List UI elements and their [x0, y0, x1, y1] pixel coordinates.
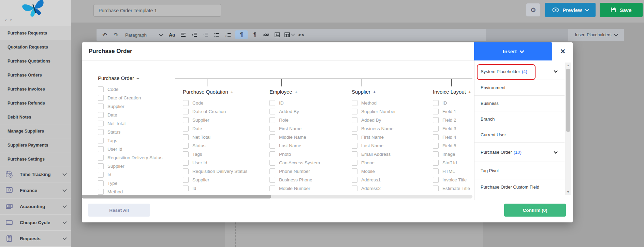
vertical-scrollbar[interactable]: ▲ ▼	[565, 63, 571, 195]
field-checkbox[interactable]	[352, 126, 357, 132]
outdent-icon[interactable]	[202, 30, 210, 39]
field-checkbox[interactable]	[433, 151, 439, 157]
field-checkbox[interactable]	[183, 100, 189, 106]
sidebar-group-finance[interactable]: Finance	[0, 182, 71, 198]
ordered-list-icon[interactable]: 12	[224, 30, 232, 39]
field-checkbox[interactable]	[183, 177, 189, 183]
sidebar-collapse-icons[interactable]: ⌄⌄	[4, 17, 14, 22]
sidebar-group-accounting[interactable]: Accounting	[0, 198, 71, 215]
sidebar-group-cheque-cycle[interactable]: Cheque Cycle	[0, 215, 71, 231]
field-checkbox[interactable]	[433, 117, 439, 123]
tree-column-heading[interactable]: Purchase Order−	[98, 75, 162, 81]
field-checkbox[interactable]	[352, 109, 357, 114]
vertical-scrollbar-thumb[interactable]	[566, 69, 570, 132]
link-icon[interactable]	[262, 30, 270, 39]
field-checkbox[interactable]	[98, 129, 104, 135]
field-checkbox[interactable]	[98, 112, 104, 118]
field-checkbox[interactable]	[433, 134, 439, 140]
field-checkbox[interactable]	[269, 126, 275, 132]
confirm-button[interactable]: Confirm (0)	[504, 204, 566, 217]
bullet-list-icon[interactable]	[213, 30, 221, 39]
sidebar-item-manage-suppliers[interactable]: Manage Suppliers	[0, 124, 71, 138]
field-checkbox[interactable]	[433, 177, 439, 183]
sidebar-item-purchase-quotations[interactable]: Purchase Quotations	[0, 54, 71, 68]
field-checkbox[interactable]	[98, 146, 104, 152]
field-checkbox[interactable]	[98, 155, 104, 161]
settings-button[interactable]: ⚙	[526, 3, 540, 16]
field-checkbox[interactable]	[183, 126, 189, 132]
tree-column-heading[interactable]: Invoice Layout+	[433, 89, 474, 95]
redo-icon[interactable]: ↷	[112, 30, 120, 39]
font-size-icon[interactable]: Aa	[168, 30, 176, 39]
pilcrow-icon[interactable]: ¶	[251, 30, 259, 39]
field-checkbox[interactable]	[269, 143, 275, 149]
panel-item-environment[interactable]: Environment	[474, 80, 565, 96]
indent-icon[interactable]	[190, 30, 199, 39]
toggle-icon[interactable]: +	[468, 89, 471, 95]
field-checkbox[interactable]	[98, 180, 104, 186]
field-checkbox[interactable]	[269, 160, 275, 166]
field-checkbox[interactable]	[433, 126, 439, 132]
field-checkbox[interactable]	[269, 177, 275, 183]
field-checkbox[interactable]	[269, 168, 275, 174]
close-icon[interactable]: ✕	[558, 46, 568, 56]
image-icon[interactable]	[273, 30, 281, 39]
horizontal-scrollbar[interactable]	[82, 195, 472, 198]
field-checkbox[interactable]	[98, 104, 104, 109]
code-icon[interactable]: <>	[297, 30, 306, 39]
sidebar-item-quotation-requests[interactable]: Quotation Requests	[0, 40, 71, 54]
preview-button[interactable]: Preview	[545, 3, 596, 17]
field-checkbox[interactable]	[352, 117, 357, 123]
field-checkbox[interactable]	[98, 163, 104, 169]
field-checkbox[interactable]	[433, 100, 439, 106]
field-checkbox[interactable]	[183, 109, 189, 114]
toggle-icon[interactable]: −	[136, 75, 140, 81]
field-checkbox[interactable]	[269, 100, 275, 106]
field-checkbox[interactable]	[183, 160, 189, 166]
field-checkbox[interactable]	[352, 160, 357, 166]
sidebar-item-suppliers-payments[interactable]: Suppliers Payments	[0, 138, 71, 152]
field-checkbox[interactable]	[183, 151, 189, 157]
undo-icon[interactable]: ↶	[101, 30, 109, 39]
field-checkbox[interactable]	[433, 168, 439, 174]
toggle-icon[interactable]: +	[373, 89, 376, 95]
panel-item-current-user[interactable]: Current User	[474, 127, 565, 143]
table-icon[interactable]	[284, 30, 294, 39]
field-checkbox[interactable]	[98, 138, 104, 143]
sidebar-group-requests[interactable]: Requests	[0, 231, 71, 247]
field-checkbox[interactable]	[352, 134, 357, 140]
field-checkbox[interactable]	[433, 186, 439, 191]
save-button[interactable]: Save	[600, 3, 643, 17]
reset-all-button[interactable]: Reset All	[88, 204, 150, 217]
scroll-down-icon[interactable]: ▼	[565, 189, 571, 195]
field-checkbox[interactable]	[433, 109, 439, 114]
panel-item-purchase-order-custom-field[interactable]: Purchase Order Custom Field	[474, 179, 565, 195]
field-checkbox[interactable]	[183, 168, 189, 174]
sidebar-item-purchase-requests[interactable]: Purchase Requests	[0, 26, 71, 40]
toggle-icon[interactable]: +	[295, 89, 298, 95]
sidebar-item-purchase-refunds[interactable]: Purchase Refunds	[0, 96, 71, 110]
field-checkbox[interactable]	[433, 143, 439, 149]
tree-column-heading[interactable]: Purchase Quotation+	[183, 89, 247, 95]
sidebar-item-purchase-orders[interactable]: Purchase Orders	[0, 68, 71, 82]
field-checkbox[interactable]	[269, 151, 275, 157]
field-checkbox[interactable]	[98, 121, 104, 126]
field-checkbox[interactable]	[183, 117, 189, 123]
tree-column-heading[interactable]: Supplier+	[352, 89, 396, 95]
field-checkbox[interactable]	[98, 95, 104, 101]
field-checkbox[interactable]	[183, 134, 189, 140]
field-checkbox[interactable]	[352, 100, 357, 106]
sidebar-item-debit-notes[interactable]: Debit Notes	[0, 110, 71, 124]
toggle-icon[interactable]: +	[231, 89, 234, 95]
panel-item-tag-pivot[interactable]: Tag Pivot	[474, 162, 565, 179]
align-left-icon[interactable]	[179, 30, 187, 39]
field-checkbox[interactable]	[183, 143, 189, 149]
paragraph-style-dropdown[interactable]: Paragraph	[123, 32, 165, 38]
field-checkbox[interactable]	[433, 160, 439, 166]
field-checkbox[interactable]	[352, 168, 357, 174]
field-checkbox[interactable]	[352, 151, 357, 157]
field-checkbox[interactable]	[269, 134, 275, 140]
field-checkbox[interactable]	[98, 172, 104, 178]
sidebar-group-time-tracking[interactable]: Time Tracking	[0, 166, 71, 182]
field-checkbox[interactable]	[269, 117, 275, 123]
